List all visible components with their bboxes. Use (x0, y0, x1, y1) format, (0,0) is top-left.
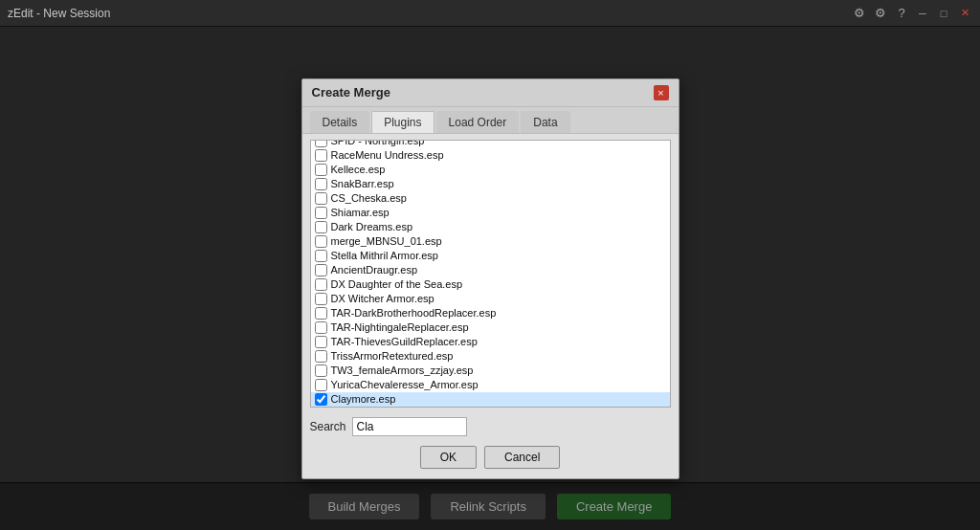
plugin-checkbox[interactable] (315, 264, 327, 276)
list-item[interactable]: CS_Cheska.esp (311, 191, 670, 206)
plugin-name: Stella Mithril Armor.esp (331, 250, 438, 261)
list-item[interactable]: TW3_femaleArmors_zzjay.esp (311, 364, 670, 378)
search-bar: Search (302, 413, 679, 440)
dialog-title: Create Merge (312, 85, 390, 99)
plugin-name: merge_MBNSU_01.esp (331, 235, 442, 247)
tab-bar: Details Plugins Load Order Data (302, 107, 679, 134)
plugin-name: TAR-ThievesGuildReplacer.esp (331, 336, 478, 347)
help-icon[interactable]: ? (894, 6, 909, 21)
dialog-titlebar: Create Merge × (302, 79, 679, 107)
tab-load-order[interactable]: Load Order (436, 111, 520, 133)
tab-details[interactable]: Details (310, 111, 370, 133)
plugin-checkbox[interactable] (315, 221, 327, 233)
gear-icon[interactable]: ⚙ (873, 6, 888, 21)
plugin-checkbox[interactable] (315, 336, 327, 348)
plugin-checkbox[interactable] (315, 350, 327, 363)
titlebar-controls: ⚙ ⚙ ? ─ □ ✕ (852, 6, 972, 21)
list-item[interactable]: AncientDraugr.esp (311, 263, 670, 277)
tab-data[interactable]: Data (521, 111, 569, 133)
plugin-name: TrissArmorRetextured.esp (331, 350, 454, 362)
overlay: Create Merge × Details Plugins Load Orde… (0, 27, 980, 530)
list-item[interactable]: TAR-DarkBrotherhoodReplacer.esp (311, 306, 670, 320)
plugin-name: TAR-DarkBrotherhoodReplacer.esp (331, 307, 497, 319)
list-item[interactable]: DX Witcher Armor.esp (311, 292, 670, 306)
plugin-checkbox[interactable] (315, 178, 327, 190)
plugin-name: TAR-NightingaleReplacer.esp (331, 321, 469, 333)
plugin-checkbox[interactable] (315, 140, 327, 147)
plugin-name: DX Daughter of the Sea.esp (331, 278, 463, 290)
list-item[interactable]: Stella Mithril Armor.esp (311, 249, 670, 263)
puppet-icon[interactable]: ⚙ (852, 6, 867, 21)
maximize-button[interactable]: □ (936, 6, 951, 21)
plugin-checkbox[interactable] (315, 250, 327, 262)
search-label: Search (310, 420, 346, 433)
plugin-checkbox[interactable] (315, 364, 327, 377)
plugin-checkbox[interactable] (315, 149, 327, 162)
app-title: zEdit - New Session (8, 7, 110, 20)
plugin-checkbox[interactable] (315, 235, 327, 248)
plugin-name: RaceMenu Undress.esp (331, 149, 444, 161)
list-item[interactable]: Kellece.esp (311, 163, 670, 177)
plugin-name: Dark Dreams.esp (331, 221, 413, 232)
list-item[interactable]: SnakBarr.esp (311, 177, 670, 191)
plugin-checkbox[interactable] (315, 293, 327, 305)
titlebar: zEdit - New Session ⚙ ⚙ ? ─ □ ✕ (0, 0, 980, 27)
plugin-name: Claymore.esp (331, 393, 396, 405)
plugin-checkbox[interactable] (315, 307, 327, 320)
list-item[interactable]: SPID - Northgirl.esp (311, 140, 670, 148)
plugin-list[interactable]: KCF Leona Outfit.espSeasonedTravellerbyX… (310, 140, 671, 408)
list-item[interactable]: Claymore.esp (311, 392, 670, 407)
minimize-button[interactable]: ─ (915, 6, 930, 21)
list-item[interactable]: RaceMenu Undress.esp (311, 148, 670, 163)
dialog-close-button[interactable]: × (654, 85, 669, 100)
plugin-checkbox[interactable] (315, 379, 327, 391)
cancel-button[interactable]: Cancel (484, 446, 560, 469)
list-item[interactable]: TAR-NightingaleReplacer.esp (311, 320, 670, 335)
plugin-checkbox[interactable] (315, 164, 327, 176)
plugin-checkbox[interactable] (315, 192, 327, 205)
plugin-name: Kellece.esp (331, 164, 386, 175)
plugin-checkbox[interactable] (315, 207, 327, 219)
plugin-name: Shiamar.esp (331, 207, 390, 218)
search-input[interactable] (352, 417, 467, 436)
main-area: Build Merges Relink Scripts Create Merge… (0, 27, 980, 530)
dialog-buttons: OK Cancel (302, 440, 679, 478)
ok-button[interactable]: OK (420, 446, 477, 469)
plugin-checkbox[interactable] (315, 321, 327, 334)
plugin-name: AncientDraugr.esp (331, 264, 418, 276)
list-item[interactable]: Shiamar.esp (311, 206, 670, 220)
list-item[interactable]: TrissArmorRetextured.esp (311, 349, 670, 364)
plugin-checkbox[interactable] (315, 278, 327, 291)
tab-plugins[interactable]: Plugins (371, 111, 434, 133)
plugin-name: YuricaChevaleresse_Armor.esp (331, 379, 479, 390)
list-item[interactable]: DX Daughter of the Sea.esp (311, 277, 670, 292)
close-button[interactable]: ✕ (957, 6, 972, 21)
list-item[interactable]: TAR-ThievesGuildReplacer.esp (311, 335, 670, 349)
list-item[interactable]: merge_MBNSU_01.esp (311, 234, 670, 249)
plugin-name: CS_Cheska.esp (331, 192, 408, 204)
plugin-name: SPID - Northgirl.esp (331, 140, 425, 147)
list-item[interactable]: Dark Dreams.esp (311, 220, 670, 234)
plugin-checkbox[interactable] (315, 393, 327, 406)
plugin-name: TW3_femaleArmors_zzjay.esp (331, 364, 474, 376)
list-item[interactable]: YuricaChevaleresse_Armor.esp (311, 378, 670, 392)
plugin-name: SnakBarr.esp (331, 178, 394, 189)
create-merge-dialog: Create Merge × Details Plugins Load Orde… (301, 78, 679, 479)
plugin-name: DX Witcher Armor.esp (331, 293, 434, 304)
